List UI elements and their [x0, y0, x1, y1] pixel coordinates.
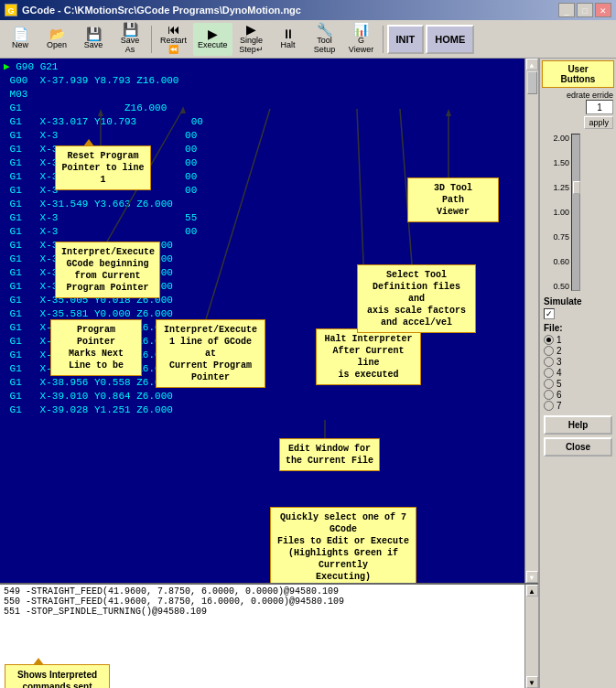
console-scroll-up[interactable]: ▲	[526, 585, 538, 597]
console-area: 549 -STRAIGHT_FEED(41.9600, 7.8750, 6.00…	[0, 583, 538, 688]
tool-setup-icon: 🔧	[317, 23, 332, 36]
edit-window-tooltip: Edit Window for the Current File	[279, 438, 380, 471]
restart-icon: ⏮	[168, 23, 180, 36]
init-button[interactable]: INIT	[387, 25, 425, 54]
override-input[interactable]	[586, 100, 613, 114]
execute-button[interactable]: ▶ Execute	[193, 23, 232, 56]
slider-thumb[interactable]	[573, 181, 580, 194]
window-controls: _ □ ✕	[558, 3, 611, 17]
gcode-line: ▶ G90 G21	[4, 60, 535, 74]
scroll-up-button[interactable]: ▲	[526, 59, 538, 70]
file-radio-2[interactable]: 2	[544, 346, 612, 356]
save-as-button[interactable]: 💾 SaveAs	[113, 23, 147, 56]
file-radio-button-1[interactable]	[544, 335, 554, 345]
g-viewer-icon: 📊	[353, 23, 369, 36]
tool-definition-tooltip: Select Tool Definition files and axis sc…	[357, 264, 476, 333]
close-button[interactable]: ✕	[595, 3, 611, 17]
gcode-line: G1 X-38.956 Y0.558 Z6.000	[4, 376, 535, 390]
single-step-button[interactable]: ▶ SingleStep↵	[234, 23, 269, 56]
override-section: edrate erride apply	[542, 90, 614, 130]
help-button[interactable]: Help	[544, 415, 612, 435]
program-pointer-tooltip: Program Pointer Marks Next Line to be	[50, 319, 142, 376]
restart-button[interactable]: ⏮ Restart⏪	[156, 23, 191, 56]
file-radio-button-2[interactable]	[544, 346, 554, 356]
tooltip-arrow-2	[33, 658, 44, 665]
open-icon: 📂	[49, 27, 65, 40]
file-radio-button-6[interactable]	[544, 390, 554, 400]
gcode-line: G1 X-39.010 Y0.864 Z6.000	[4, 390, 535, 403]
file-radio-button-3[interactable]	[544, 357, 554, 367]
halt-icon: ⏸	[282, 27, 295, 40]
single-step-tooltip: Interpret/Execute 1 line of GCode at Cur…	[156, 319, 265, 388]
bottom-buttons: Help Close	[542, 414, 614, 458]
minimize-button[interactable]: _	[558, 3, 575, 17]
file-radio-6[interactable]: 6	[544, 390, 612, 400]
main-area: ▶ G90 G21 G00 X-37.939 Y8.793 Z16.000 M0…	[0, 59, 616, 688]
title-bar: G GCode - C:\KMotionSrc\GCode Programs\D…	[0, 0, 616, 20]
file-radio-button-7[interactable]	[544, 401, 554, 411]
gcode-editor[interactable]: ▶ G90 G21 G00 X-37.939 Y8.793 Z16.000 M0…	[0, 59, 538, 583]
gcode-line: G1 Z16.000	[4, 102, 535, 115]
g-viewer-button[interactable]: 📊 GViewer	[344, 23, 379, 56]
home-button[interactable]: HOME	[426, 25, 474, 54]
halt-button[interactable]: ⏸ Halt	[271, 23, 306, 56]
save-icon: 💾	[86, 27, 102, 40]
title-bar-text: G GCode - C:\KMotionSrc\GCode Programs\D…	[5, 4, 301, 16]
file-radio-button-5[interactable]	[544, 379, 554, 389]
maximize-button[interactable]: □	[577, 3, 593, 17]
toolbar-separator-2	[383, 26, 384, 53]
user-buttons-tooltip: User Buttons	[542, 60, 614, 88]
file-radio-3[interactable]: 3	[544, 357, 612, 367]
app-icon: G	[5, 4, 17, 16]
gcode-line: G1 X-39.028 Y1.251 Z6.000	[4, 403, 535, 417]
simulate-checkmark[interactable]: ✓	[544, 308, 555, 319]
simulate-section: Simulate ✓	[542, 295, 614, 321]
slider-labels: 2.00 1.50 1.25 1.00 0.75 0.60 0.50	[542, 134, 571, 291]
single-step-icon: ▶	[246, 23, 256, 36]
halt-interpreter-tooltip: Halt Interpreter After Current line is e…	[316, 328, 421, 385]
file-section: File: 1 2 3 4 5 6	[542, 321, 614, 414]
file-radio-7[interactable]: 7	[544, 401, 612, 411]
file-radio-4[interactable]: 4	[544, 368, 612, 378]
tool-setup-button[interactable]: 🔧 ToolSetup	[308, 23, 342, 56]
scroll-down-button[interactable]: ▼	[526, 571, 538, 583]
slider-section: 2.00 1.50 1.25 1.00 0.75 0.60 0.50	[542, 130, 614, 295]
file-select-tooltip: Quickly select one of 7 GCode Files to E…	[270, 507, 416, 583]
gcode-line: M03	[4, 88, 535, 102]
current-line-arrow: ▶	[4, 61, 10, 72]
close-app-button[interactable]: Close	[544, 437, 612, 457]
reset-pointer-tooltip: Reset Program Pointer to line 1	[55, 145, 151, 190]
apply-button[interactable]: apply	[584, 116, 613, 129]
tooltip-arrow	[83, 139, 94, 146]
interpret-execute-tooltip: Interpret/Execute GCode beginning from C…	[55, 242, 160, 298]
new-button[interactable]: 📄 New	[3, 23, 38, 56]
new-icon: 📄	[13, 27, 28, 40]
simulate-checkbox[interactable]: ✓	[544, 308, 612, 319]
open-button[interactable]: 📂 Open	[39, 23, 74, 56]
toolbar: 📄 New 📂 Open 💾 Save 💾 SaveAs ⏮ Restart⏪ …	[0, 20, 616, 59]
console-scrollbar[interactable]: ▲ ▼	[524, 585, 538, 688]
gcode-line: G1 X-3 00	[4, 225, 535, 239]
execute-icon: ▶	[208, 27, 218, 40]
file-radio-1[interactable]: 1	[544, 335, 612, 345]
tool-path-tooltip: 3D Tool Path Viewer	[407, 177, 499, 222]
scroll-thumb[interactable]	[527, 71, 537, 94]
console-scroll-down[interactable]: ▼	[526, 676, 538, 688]
console-line: 550 -STRAIGHT_FEED(41.9600, 7.8750, 16.0…	[4, 597, 535, 607]
gcode-line: G1 X-33.017 Y10.793 00	[4, 115, 535, 129]
file-radio-5[interactable]: 5	[544, 379, 612, 389]
gcode-line: G00 X-37.939 Y8.793 Z16.000	[4, 74, 535, 88]
save-button[interactable]: 💾 Save	[76, 23, 111, 56]
console-line: 549 -STRAIGHT_FEED(41.9600, 7.8750, 6.00…	[4, 586, 535, 597]
file-radio-button-4[interactable]	[544, 368, 554, 378]
editor-scrollbar[interactable]: ▲ ▼	[524, 59, 538, 583]
shows-interpreted-tooltip: Shows Interpreted commands sent	[5, 664, 110, 688]
save-as-icon: 💾	[123, 23, 138, 36]
toolbar-separator-1	[151, 26, 152, 53]
right-panel: User Buttons edrate erride apply 2.00 1.…	[538, 59, 616, 688]
slider-track[interactable]	[571, 134, 580, 291]
console-line: 551 -STOP_SPINDLE_TURNING()@94580.109	[4, 607, 535, 617]
